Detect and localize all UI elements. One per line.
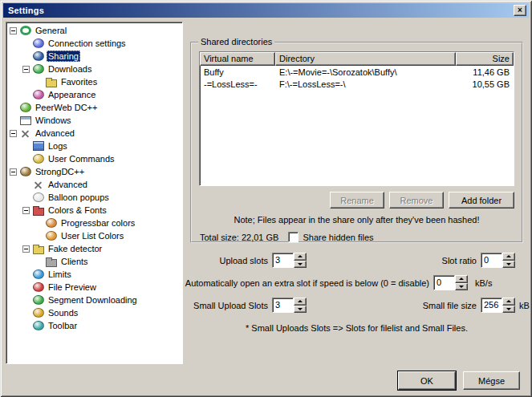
tree-item-label: File Preview <box>47 282 98 293</box>
tree-item-toolbar[interactable]: Toolbar <box>6 319 182 332</box>
column-header-virtual-name[interactable]: Virtual name <box>200 52 275 66</box>
column-header-directory[interactable]: Directory <box>275 52 456 66</box>
tree-item-favorites[interactable]: Favorites <box>6 75 182 88</box>
tree-item-label: Sharing <box>47 51 80 62</box>
close-button[interactable]: × <box>514 5 526 16</box>
extra-slot-unit-label: kB/s <box>475 278 492 288</box>
tree-item-advanced[interactable]: Advanced <box>6 127 182 140</box>
tree-item-label: General <box>34 25 68 36</box>
tree-item-peerweb-dc[interactable]: PeerWeb DC++ <box>6 101 182 114</box>
spin-up-icon[interactable] <box>294 253 307 261</box>
tree-item-sharing[interactable]: Sharing <box>6 50 182 63</box>
spin-up-icon[interactable] <box>502 253 515 261</box>
share-hidden-files-label: Share hidden files <box>303 233 373 242</box>
spin-down-icon[interactable] <box>502 306 515 314</box>
tree-item-label: Appearance <box>47 89 97 100</box>
limits-icon <box>33 269 44 279</box>
tree-item-segment-downloading[interactable]: Segment Downloading <box>6 294 182 306</box>
file-preview-icon <box>33 282 44 292</box>
tree-collapse-icon[interactable] <box>10 168 17 176</box>
spin-up-icon[interactable] <box>502 298 515 306</box>
share-hidden-files-checkbox[interactable]: Share hidden files <box>288 232 373 242</box>
tree-item-user-commands[interactable]: User Commands <box>6 152 182 165</box>
slot-ratio-label: Slot ratio <box>411 256 477 265</box>
extra-slot-label: Automatically open an extra slot if spee… <box>164 278 429 288</box>
tree-item-sounds[interactable]: Sounds <box>6 306 182 319</box>
tree-item-label: Connection settings <box>47 38 128 49</box>
toolbar-icon <box>33 321 44 330</box>
spin-down-icon[interactable] <box>294 306 307 314</box>
tree-item-label: Advanced <box>47 179 89 190</box>
progressbar-colors-icon <box>46 218 57 228</box>
table-row[interactable]: BuffyE:\-=Movie=-\Sorozatok\Buffy\11,46 … <box>200 66 514 78</box>
tree-item-general[interactable]: General <box>6 24 182 37</box>
tree-expander-spacer <box>22 322 33 330</box>
tree-item-balloon-popups[interactable]: Balloon popups <box>6 191 182 204</box>
tree-expander-spacer <box>22 40 33 47</box>
spin-down-icon[interactable] <box>455 283 468 291</box>
sounds-icon <box>33 308 44 318</box>
tree-item-clients[interactable]: Clients <box>6 255 182 268</box>
logs-icon <box>33 141 44 151</box>
cell-virtual-name: Buffy <box>200 67 275 77</box>
cell-directory: F:\-=LossLess=-\ <box>275 79 456 89</box>
advanced-tools-icon <box>20 128 31 139</box>
tree-item-windows[interactable]: Windows <box>6 114 182 127</box>
tree-item-file-preview[interactable]: File Preview <box>6 281 182 294</box>
tree-item-colors-fonts[interactable]: Colors & Fonts <box>6 204 182 217</box>
small-upload-slots-input[interactable]: 3 <box>272 298 294 313</box>
tree-item-user-list-colors[interactable]: User List Colors <box>6 229 182 242</box>
tree-expander-spacer <box>22 156 33 163</box>
checkbox-box[interactable] <box>288 232 298 242</box>
strongdc-icon <box>20 167 31 176</box>
connection-settings-icon <box>33 38 44 48</box>
tree-item-fake-detector[interactable]: Fake detector <box>6 242 182 255</box>
spin-down-icon[interactable] <box>502 261 515 269</box>
tree-collapse-icon[interactable] <box>10 27 17 34</box>
tree-item-appearance[interactable]: Appearance <box>6 88 182 101</box>
small-upload-slots-spin-buttons <box>294 298 307 313</box>
remove-button[interactable]: Remove <box>389 192 444 209</box>
small-file-size-spinner: 256 <box>481 298 515 313</box>
fake-detector-icon <box>33 246 44 254</box>
spin-down-icon[interactable] <box>294 261 307 269</box>
tree-item-strongdc[interactable]: StrongDC++ <box>6 165 182 178</box>
rename-button[interactable]: Rename <box>330 192 384 209</box>
tree-collapse-icon[interactable] <box>22 245 30 253</box>
tree-expander-spacer <box>22 181 33 188</box>
tree-collapse-icon[interactable] <box>10 130 17 137</box>
tree-expander-spacer <box>10 104 20 111</box>
table-row[interactable]: -=LossLess=-F:\-=LossLess=-\10,55 GB <box>200 78 514 90</box>
tree-item-label: User Commands <box>47 153 116 164</box>
tree-item-downloads[interactable]: Downloads <box>6 63 182 75</box>
tree-item-connection-settings[interactable]: Connection settings <box>6 37 182 50</box>
upload-slots-label: Upload slots <box>190 256 268 265</box>
tree-item-advanced[interactable]: Advanced <box>6 178 182 191</box>
shared-directories-group: Shared directories Virtual nameDirectory… <box>190 42 523 243</box>
tree-item-logs[interactable]: Logs <box>6 140 182 152</box>
tree-collapse-icon[interactable] <box>22 207 30 214</box>
group-title: Shared directories <box>198 37 274 47</box>
spin-up-icon[interactable] <box>455 275 468 283</box>
ok-button[interactable]: OK <box>398 371 456 390</box>
tree-item-limits[interactable]: Limits <box>6 268 182 281</box>
upload-slots-input[interactable]: 3 <box>272 253 294 268</box>
cancel-button[interactable]: Mégse <box>463 371 520 390</box>
window-title: Settings <box>8 6 44 15</box>
tree-item-progressbar-colors[interactable]: Progressbar colors <box>6 217 182 229</box>
tree-item-label: Downloads <box>47 63 93 75</box>
extra-slot-input[interactable]: 0 <box>433 275 455 290</box>
add-folder-button[interactable]: Add folder <box>449 192 514 209</box>
slot-ratio-spinner: 0 <box>481 253 515 268</box>
user-commands-icon <box>33 154 44 164</box>
settings-tree: GeneralConnection settingsSharingDownloa… <box>6 22 183 364</box>
colors-fonts-icon <box>33 208 44 216</box>
tree-collapse-icon[interactable] <box>22 66 30 73</box>
small-file-size-input[interactable]: 256 <box>481 298 502 313</box>
slot-ratio-spin-buttons <box>502 253 515 268</box>
column-header-size[interactable]: Size <box>456 52 514 66</box>
favorites-icon <box>46 79 57 87</box>
spin-up-icon[interactable] <box>294 298 307 306</box>
upload-slots-spin-buttons <box>294 253 307 268</box>
slot-ratio-input[interactable]: 0 <box>481 253 502 268</box>
